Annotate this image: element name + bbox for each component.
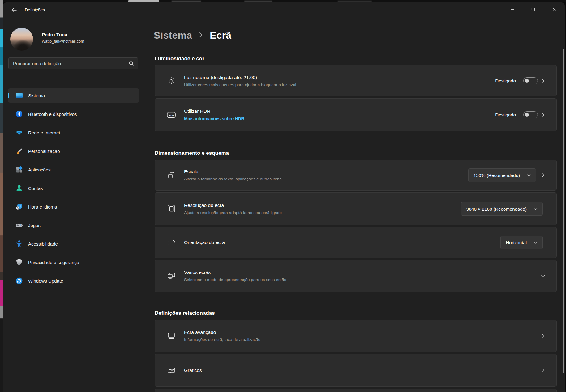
row-title: Escala [184, 169, 468, 175]
sidebar-item-acessibilidade[interactable]: Acessibilidade [8, 237, 139, 251]
row-text: Escala Alterar o tamanho do texto, aplic… [184, 169, 468, 181]
minimize-icon [510, 7, 514, 11]
row-controls [538, 368, 548, 373]
sidebar-item-bluetooth[interactable]: Bluetooth e dispositivos [8, 107, 139, 121]
row-subtitle: Selecione o modo de apresentação para os… [184, 277, 538, 282]
shield-icon [15, 258, 23, 267]
bluetooth-icon [15, 110, 23, 118]
breadcrumb: Sistema Ecrã [154, 30, 231, 41]
row-title: Orientação do ecrã [184, 240, 500, 245]
setting-row-varios-ecras[interactable]: Vários ecrãs Selecione o modo de apresen… [155, 260, 557, 292]
update-sync-icon [15, 277, 23, 285]
row-controls: 3840 × 2160 (Recomendado) [461, 202, 543, 216]
setting-row-resolucao[interactable]: Resolução do ecrã Ajuste a resolução par… [155, 192, 557, 225]
chevron-down-icon[interactable] [538, 274, 548, 277]
multiple-displays-icon [167, 271, 176, 280]
toggle-status-label: Desligado [495, 78, 516, 83]
sidebar-item-label: Rede e Internet [28, 130, 60, 135]
dropdown-value: Horizontal [506, 240, 527, 245]
sidebar-item-sistema[interactable]: Sistema [8, 88, 139, 103]
row-text: Ecrã avançado Informações do ecrã, taxa … [184, 330, 538, 342]
setting-row-luz-noturna[interactable]: Luz noturna (desligada até: 21:00) Utili… [155, 65, 557, 96]
breadcrumb-parent[interactable]: Sistema [154, 30, 192, 41]
orientation-dropdown[interactable]: Horizontal [500, 236, 543, 249]
night-light-icon [167, 76, 176, 86]
night-light-toggle[interactable] [523, 77, 538, 84]
sidebar-item-contas[interactable]: Contas [8, 181, 139, 195]
sidebar-nav: Sistema Bluetooth e dispositivos [8, 88, 139, 292]
setting-row-partial[interactable] [155, 389, 557, 392]
setting-row-hdr[interactable]: HDR Utilizar HDR Mais informações sobre … [155, 98, 557, 131]
search-input[interactable] [9, 58, 138, 69]
row-title: Gráficos [184, 368, 538, 373]
chevron-down-icon [527, 174, 531, 177]
row-text: Utilizar HDR Mais informações sobre HDR [184, 108, 495, 121]
row-controls: Desligado [495, 77, 548, 84]
sidebar-item-rede[interactable]: Rede e Internet [8, 125, 139, 140]
background-window-top-strip [3, 0, 566, 2]
setting-row-ecra-avancado[interactable]: Ecrã avançado Informações do ecrã, taxa … [155, 320, 557, 352]
profile-name: Pedro Troia [42, 32, 67, 37]
desktop-stage: Definições Pedro Troia Watto_fan@hotmail… [0, 0, 566, 392]
resolution-icon [167, 204, 176, 213]
row-subtitle: Utilizar cores mais quentes para ajudar … [184, 82, 495, 87]
vertical-scrollbar[interactable] [563, 49, 564, 373]
back-button[interactable] [7, 5, 20, 15]
row-title: Vários ecrãs [184, 270, 538, 275]
row-controls [538, 333, 548, 338]
sidebar-item-aplicacoes[interactable]: Aplicações [8, 162, 139, 177]
setting-row-orientacao[interactable]: Orientação do ecrã Horizontal [155, 227, 557, 258]
avatar[interactable] [10, 28, 33, 51]
scale-dropdown[interactable]: 150% (Recomendado) [468, 168, 536, 182]
setting-row-escala[interactable]: Escala Alterar o tamanho do texto, aplic… [155, 160, 557, 191]
sidebar-item-label: Aplicações [28, 167, 51, 172]
row-text: Orientação do ecrã [184, 240, 500, 245]
section-title-relacionadas: Definições relacionadas [155, 310, 215, 316]
row-title: Utilizar HDR [184, 108, 495, 114]
sidebar-item-personalizacao[interactable]: Personalização [8, 144, 139, 158]
hdr-toggle[interactable] [523, 111, 538, 118]
gamepad-icon [15, 221, 23, 230]
page-title: Ecrã [210, 30, 231, 41]
background-fragment [172, 1, 201, 2]
resolution-dropdown[interactable]: 3840 × 2160 (Recomendado) [461, 202, 543, 216]
sidebar-item-label: Contas [28, 186, 43, 191]
sidebar-item-label: Hora e idioma [28, 204, 57, 209]
advanced-display-icon [167, 331, 176, 340]
profile-email: Watto_fan@hotmail.com [42, 39, 84, 44]
setting-row-graficos[interactable]: Gráficos [155, 354, 557, 387]
sidebar-item-label: Jogos [28, 223, 41, 228]
background-fragment [338, 1, 372, 2]
chevron-right-icon[interactable] [538, 368, 548, 373]
hdr-info-link[interactable]: Mais informações sobre HDR [184, 116, 495, 121]
chevron-right-icon[interactable] [538, 333, 548, 338]
maximize-button[interactable] [523, 2, 544, 16]
toggle-status-label: Desligado [495, 112, 516, 117]
close-button[interactable] [544, 2, 565, 16]
person-icon [15, 184, 23, 192]
sidebar-item-windows-update[interactable]: Windows Update [8, 274, 139, 288]
sidebar-item-hora-idioma[interactable]: Hora e idioma [8, 200, 139, 214]
minimize-button[interactable] [502, 2, 523, 16]
chevron-right-icon[interactable] [538, 173, 548, 178]
graphics-card-icon [167, 366, 176, 375]
titlebar: Definições [3, 2, 565, 17]
wifi-icon [15, 129, 23, 137]
accessibility-icon [15, 240, 23, 248]
system-display-icon [15, 91, 23, 100]
sidebar-item-jogos[interactable]: Jogos [8, 218, 139, 232]
chevron-down-icon [534, 241, 538, 244]
sidebar-item-label: Bluetooth e dispositivos [28, 112, 77, 117]
sidebar-item-privacidade[interactable]: Privacidade e segurança [8, 255, 139, 269]
window-title: Definições [25, 7, 45, 12]
sidebar-item-label: Windows Update [28, 278, 63, 284]
search-icon[interactable] [129, 61, 134, 67]
svg-text:HDR: HDR [169, 114, 174, 116]
row-title: Ecrã avançado [184, 330, 538, 335]
chevron-right-icon [199, 32, 203, 39]
row-subtitle: Informações do ecrã, taxa de atualização [184, 337, 538, 342]
chevron-right-icon[interactable] [538, 78, 548, 83]
settings-window: Definições Pedro Troia Watto_fan@hotmail… [3, 2, 565, 392]
row-controls: Desligado [495, 111, 548, 118]
chevron-right-icon[interactable] [538, 112, 548, 117]
